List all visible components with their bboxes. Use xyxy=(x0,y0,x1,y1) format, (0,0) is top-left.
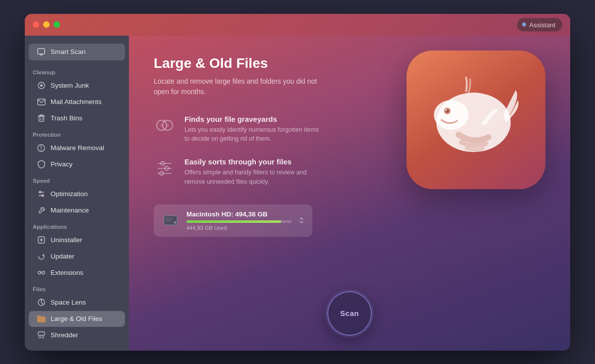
trash-bins-label: Trash Bins xyxy=(51,114,82,122)
trash-icon xyxy=(37,114,46,123)
title-bar: Assistant xyxy=(25,14,570,36)
svg-point-9 xyxy=(41,149,42,150)
space-lens-label: Space Lens xyxy=(51,299,86,306)
feature-desc-sorts: Offers simple and handy filters to revie… xyxy=(184,168,323,187)
smart-scan-label: Smart Scan xyxy=(51,48,86,55)
feature-desc-graveyards: Lets you easily identify numerous forgot… xyxy=(184,125,323,144)
shredder-icon xyxy=(37,331,46,340)
features-list: Finds your file graveyards Lets you easi… xyxy=(154,115,342,187)
whale-illustration xyxy=(407,51,545,189)
svg-rect-16 xyxy=(42,271,45,274)
assistant-label: Assistant xyxy=(529,21,555,28)
sidebar-item-extensions[interactable]: Extensions xyxy=(29,265,125,281)
page-subtitle: Locate and remove large files and folder… xyxy=(154,76,332,97)
disk-name: Macintosh HD: 494,38 GB xyxy=(186,210,292,218)
disk-drive-icon xyxy=(162,211,179,229)
maintenance-label: Maintenance xyxy=(51,207,89,214)
disk-selector[interactable]: Macintosh HD: 494,38 GB 444,93 GB Used xyxy=(154,205,312,237)
folder-icon xyxy=(37,314,46,323)
svg-point-35 xyxy=(161,161,165,165)
extensions-label: Extensions xyxy=(51,269,83,276)
mail-attachments-label: Mail Attachments xyxy=(51,98,102,105)
sidebar-item-shredder[interactable]: Shredder xyxy=(29,327,125,343)
close-button[interactable] xyxy=(33,21,39,28)
svg-rect-18 xyxy=(38,332,45,335)
svg-rect-4 xyxy=(38,99,45,105)
svg-point-36 xyxy=(165,166,169,170)
sidebar-item-system-junk[interactable]: System Junk xyxy=(29,78,125,94)
svg-point-27 xyxy=(446,109,447,110)
smart-scan-icon xyxy=(37,48,46,56)
optimization-icon xyxy=(37,190,46,199)
window-body: Smart Scan Cleanup System Junk xyxy=(25,36,570,351)
svg-point-24 xyxy=(434,100,469,130)
shredder-label: Shredder xyxy=(51,331,78,339)
section-label-speed: Speed xyxy=(25,173,129,186)
maximize-button[interactable] xyxy=(54,21,60,28)
assistant-dot xyxy=(522,23,526,27)
traffic-lights xyxy=(33,21,60,28)
malware-icon xyxy=(37,144,46,153)
sidebar-item-large-old-files[interactable]: Large & Old Files xyxy=(29,311,125,327)
system-junk-label: System Junk xyxy=(51,82,89,89)
svg-point-12 xyxy=(39,191,41,193)
extensions-icon xyxy=(37,268,46,277)
svg-point-30 xyxy=(160,123,164,127)
space-lens-icon xyxy=(37,298,46,307)
sidebar-item-privacy[interactable]: Privacy xyxy=(29,156,125,172)
malware-removal-label: Malware Removal xyxy=(51,144,104,152)
disk-used-label: 444,93 GB Used xyxy=(186,225,292,231)
minimize-button[interactable] xyxy=(43,21,50,28)
disk-info: Macintosh HD: 494,38 GB 444,93 GB Used xyxy=(186,210,292,231)
feature-item-sorts: Easily sorts through your files Offers s… xyxy=(154,157,342,187)
mail-icon xyxy=(37,98,46,106)
sidebar-item-trash-bins[interactable]: Trash Bins xyxy=(29,110,125,126)
optimization-label: Optimization xyxy=(51,190,88,198)
updater-icon xyxy=(37,252,46,261)
sidebar-item-updater[interactable]: Updater xyxy=(29,249,125,264)
assistant-button[interactable]: Assistant xyxy=(517,18,562,31)
disk-bar-fill xyxy=(186,220,281,223)
privacy-label: Privacy xyxy=(51,160,72,168)
svg-rect-0 xyxy=(38,49,45,54)
feature-item-graveyards: Finds your file graveyards Lets you easi… xyxy=(154,115,342,144)
feature-text-graveyards: Finds your file graveyards Lets you easi… xyxy=(184,115,323,144)
uninstaller-icon xyxy=(37,236,46,245)
sidebar-item-smart-scan[interactable]: Smart Scan xyxy=(29,44,125,60)
maintenance-icon xyxy=(37,206,46,215)
updater-label: Updater xyxy=(51,253,74,260)
svg-point-31 xyxy=(166,123,170,127)
whale-background xyxy=(407,51,545,189)
scan-button[interactable]: Scan xyxy=(327,291,372,336)
scan-button-container: Scan xyxy=(327,291,372,336)
svg-line-22 xyxy=(43,336,44,338)
svg-point-13 xyxy=(42,195,44,197)
sidebar-item-optimization[interactable]: Optimization xyxy=(29,186,125,202)
app-window: Assistant Smart Scan Cleanup xyxy=(25,14,570,351)
sidebar-item-malware-removal[interactable]: Malware Removal xyxy=(29,140,125,156)
sidebar: Smart Scan Cleanup System Junk xyxy=(25,36,129,351)
section-label-applications: Applications xyxy=(25,219,129,232)
section-label-files: Files xyxy=(25,281,129,294)
large-old-files-label: Large & Old Files xyxy=(51,315,102,322)
svg-line-19 xyxy=(39,336,40,338)
sidebar-item-maintenance[interactable]: Maintenance xyxy=(29,203,125,218)
svg-rect-5 xyxy=(39,116,44,121)
svg-point-37 xyxy=(160,171,164,175)
section-label-cleanup: Cleanup xyxy=(25,64,129,77)
feature-title-sorts: Easily sorts through your files xyxy=(184,157,323,166)
sidebar-item-space-lens[interactable]: Space Lens xyxy=(29,295,125,311)
svg-rect-15 xyxy=(38,271,41,274)
sorts-icon xyxy=(154,157,176,179)
feature-text-sorts: Easily sorts through your files Offers s… xyxy=(184,157,323,187)
privacy-icon xyxy=(37,160,46,169)
feature-title-graveyards: Finds your file graveyards xyxy=(184,115,323,123)
sidebar-item-uninstaller[interactable]: Uninstaller xyxy=(29,232,125,248)
svg-point-40 xyxy=(174,221,177,224)
disk-chevron-icon xyxy=(298,217,304,224)
sidebar-item-mail-attachments[interactable]: Mail Attachments xyxy=(29,94,125,110)
graveyards-icon xyxy=(154,115,176,137)
uninstaller-label: Uninstaller xyxy=(51,236,82,244)
system-junk-icon xyxy=(37,81,46,90)
svg-rect-41 xyxy=(166,218,173,219)
